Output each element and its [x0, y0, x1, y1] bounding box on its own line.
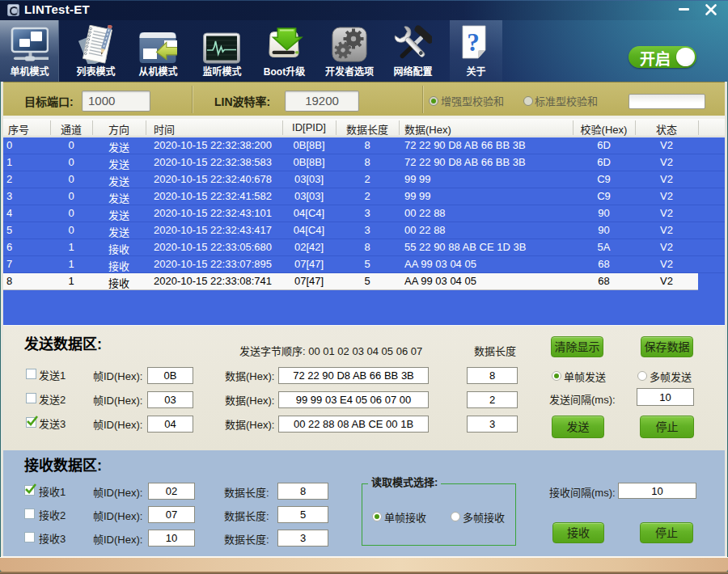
svg-text:?: ? — [467, 28, 480, 57]
